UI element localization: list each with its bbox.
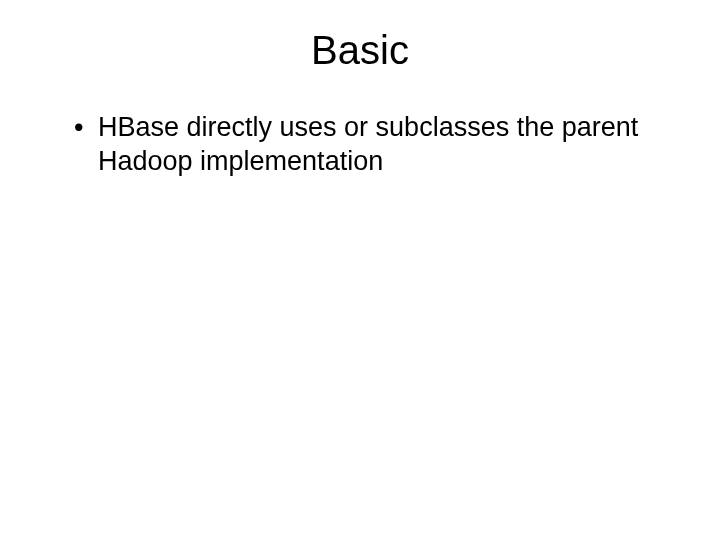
slide-title: Basic (60, 28, 660, 73)
bullet-list: HBase directly uses or subclasses the pa… (60, 111, 660, 179)
bullet-item: HBase directly uses or subclasses the pa… (70, 111, 660, 179)
slide-container: Basic HBase directly uses or subclasses … (0, 0, 720, 540)
